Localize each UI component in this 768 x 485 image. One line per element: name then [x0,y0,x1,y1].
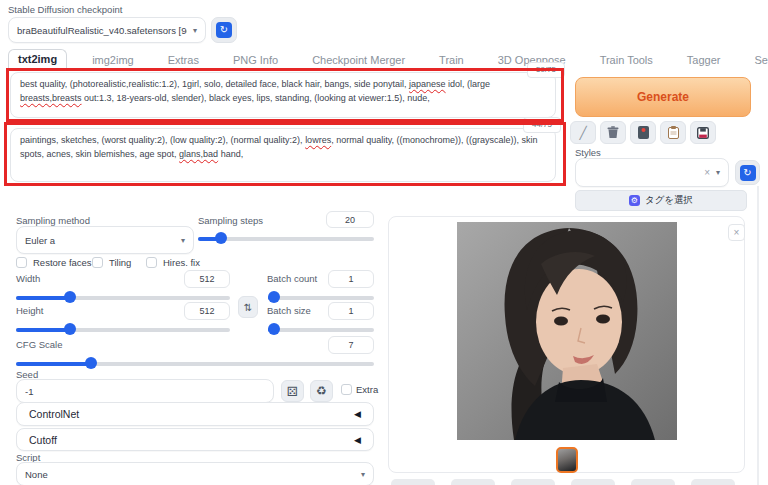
height-input[interactable]: 512 [184,302,230,320]
clipboard-icon [668,126,679,139]
batch-size-slider[interactable] [268,323,374,335]
slider-handle[interactable] [64,291,76,303]
slider-fill [16,296,70,300]
card-icon [638,126,649,139]
save-style-button[interactable] [690,121,716,144]
refresh-styles-button[interactable]: ↻ [735,160,760,185]
tab-train[interactable]: Train [430,51,473,69]
slider-handle[interactable] [85,357,97,369]
slider-track [268,296,374,300]
apply-style-button[interactable] [660,121,686,144]
restore-faces-checkbox[interactable] [16,257,27,268]
random-seed-button[interactable]: ⚄ [281,380,304,402]
seed-value: -1 [25,386,265,397]
action-button-stub[interactable] [691,479,735,485]
cfg-scale-label: CFG Scale [16,339,62,350]
tab-extras[interactable]: Extras [159,51,208,69]
negative-prompt-input[interactable]: paintings, sketches, (worst quality:2), … [10,128,556,182]
controlnet-accordion[interactable]: ControlNet ◀ [16,402,374,426]
select-tags-label: タグを選択 [645,194,693,207]
column-divider [757,186,759,485]
negative-token-counter: 44/75 [523,117,561,133]
action-button-stub[interactable] [511,479,555,485]
gear-icon: ⚙ [629,195,640,206]
chevron-down-icon: ▾ [716,168,720,177]
generate-button[interactable]: Generate [575,77,751,117]
clear-prompt-button[interactable] [600,121,626,144]
paste-arrow-icon: ╱ [579,126,586,140]
slider-handle[interactable] [268,323,280,335]
chevron-down-icon: ▾ [181,236,185,245]
action-button-stub[interactable] [571,479,615,485]
generated-image[interactable] [457,222,677,440]
script-dropdown[interactable]: None ▾ [16,462,374,485]
sampling-method-value: Euler a [25,235,175,246]
batch-count-label: Batch count [267,273,317,284]
select-tags-button[interactable]: ⚙ タグを選択 [575,190,747,211]
action-button-stub[interactable] [391,479,435,485]
width-input[interactable]: 512 [184,270,230,288]
controlnet-label: ControlNet [29,408,79,420]
swap-dimensions-button[interactable]: ⇅ [238,296,258,318]
cutoff-label: Cutoff [29,434,57,446]
tiling-checkbox[interactable] [92,257,103,268]
tab-checkpoint-merger[interactable]: Checkpoint Merger [303,51,414,69]
chevron-down-icon: ▾ [193,26,197,35]
gallery-thumbnail-selected[interactable] [556,447,578,473]
clear-styles-icon[interactable]: × [704,167,710,178]
paste-params-button[interactable]: ╱ [570,121,596,144]
tab-train-tools[interactable]: Train Tools [591,51,662,69]
tab-txt2img[interactable]: txt2img [8,49,67,69]
positive-prompt-input[interactable]: best quality, (photorealistic,realistic:… [10,72,556,118]
batch-size-label: Batch size [267,305,311,316]
width-label: Width [16,273,40,284]
slider-fill [16,362,91,366]
cutoff-accordion[interactable]: Cutoff ◀ [16,428,374,451]
restore-faces-label: Restore faces [33,257,92,268]
batch-size-input[interactable]: 1 [328,302,374,320]
hires-fix-checkbox[interactable] [146,257,157,268]
collapse-triangle-icon: ◀ [354,409,361,419]
styles-dropdown[interactable]: × ▾ [575,158,729,187]
height-slider[interactable] [16,323,230,335]
reuse-seed-button[interactable]: ♻ [310,380,333,402]
sampling-steps-slider[interactable] [198,232,374,244]
extra-seed-checkbox[interactable] [341,384,352,395]
tab-settings[interactable]: Settings [745,51,768,69]
batch-count-input[interactable]: 1 [328,270,374,288]
checkpoint-value: braBeautifulRealistic_v40.safetensors [9… [17,25,187,36]
sampling-steps-input[interactable]: 20 [326,211,374,228]
script-value: None [25,469,355,480]
refresh-checkpoint-button[interactable]: ↻ [211,17,237,43]
styles-label: Styles [575,147,601,158]
refresh-icon: ↻ [740,165,756,181]
slider-handle[interactable] [64,323,76,335]
sampling-method-label: Sampling method [16,215,90,226]
sampling-method-dropdown[interactable]: Euler a ▾ [16,226,194,254]
refresh-icon: ↻ [216,22,232,38]
sampling-steps-label: Sampling steps [198,215,263,226]
close-image-button[interactable]: × [728,224,745,241]
tab-png-info[interactable]: PNG Info [224,51,287,69]
slider-handle[interactable] [268,291,280,303]
slider-handle[interactable] [215,232,227,244]
tab-img2img[interactable]: img2img [83,51,143,69]
action-button-stub[interactable] [451,479,495,485]
positive-token-counter: 59/75 [527,62,565,78]
chevron-down-icon: ▾ [361,470,365,479]
height-label: Height [16,305,43,316]
cfg-scale-slider[interactable] [16,357,374,369]
tiling-label: Tiling [109,257,131,268]
seed-input[interactable]: -1 [16,379,274,403]
swap-icon: ⇅ [244,302,252,313]
tab-tagger[interactable]: Tagger [678,51,730,69]
tab-bar: txt2img img2img Extras PNG Info Checkpoi… [8,49,768,69]
dice-icon: ⚄ [287,384,298,399]
checkpoint-dropdown[interactable]: braBeautifulRealistic_v40.safetensors [9… [8,17,206,43]
extra-networks-button[interactable] [630,121,656,144]
extra-seed-label: Extra [356,384,378,395]
floppy-save-icon [697,127,709,139]
app-window: Stable Diffusion checkpoint braBeautiful… [0,0,768,485]
cfg-scale-input[interactable]: 7 [328,336,374,354]
action-button-stub[interactable] [631,479,675,485]
